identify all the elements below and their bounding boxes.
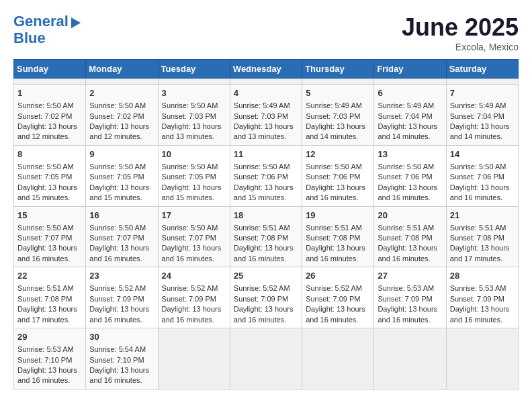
calendar-cell: 14Sunrise: 5:50 AM Sunset: 7:06 PM Dayli… — [446, 145, 518, 206]
logo-arrow-icon — [71, 17, 81, 28]
calendar-cell: 19Sunrise: 5:51 AM Sunset: 7:08 PM Dayli… — [302, 206, 374, 267]
day-info: Sunrise: 5:49 AM Sunset: 7:03 PM Dayligh… — [234, 101, 298, 142]
calendar-cell — [374, 79, 446, 85]
day-number: 12 — [306, 148, 370, 161]
day-number: 6 — [378, 87, 442, 99]
calendar-week-row: 8Sunrise: 5:50 AM Sunset: 7:05 PM Daylig… — [14, 145, 519, 206]
day-number: 17 — [162, 210, 226, 222]
day-info: Sunrise: 5:50 AM Sunset: 7:06 PM Dayligh… — [378, 162, 442, 203]
calendar-cell: 7Sunrise: 5:49 AM Sunset: 7:04 PM Daylig… — [446, 85, 518, 146]
weekday-header: Monday — [86, 60, 158, 79]
day-info: Sunrise: 5:50 AM Sunset: 7:07 PM Dayligh… — [17, 223, 82, 265]
day-info: Sunrise: 5:50 AM Sunset: 7:07 PM Dayligh… — [162, 223, 226, 265]
calendar-cell: 10Sunrise: 5:50 AM Sunset: 7:05 PM Dayli… — [158, 145, 230, 206]
calendar-week-row: 15Sunrise: 5:50 AM Sunset: 7:07 PM Dayli… — [14, 206, 519, 267]
calendar-week-row: 29Sunrise: 5:53 AM Sunset: 7:10 PM Dayli… — [14, 328, 519, 390]
calendar-header-row: SundayMondayTuesdayWednesdayThursdayFrid… — [14, 60, 519, 79]
calendar-cell: 29Sunrise: 5:53 AM Sunset: 7:10 PM Dayli… — [14, 328, 86, 390]
calendar-cell — [158, 328, 230, 390]
calendar-cell: 2Sunrise: 5:50 AM Sunset: 7:02 PM Daylig… — [86, 85, 158, 146]
calendar-cell: 30Sunrise: 5:54 AM Sunset: 7:10 PM Dayli… — [86, 328, 158, 390]
calendar-cell: 20Sunrise: 5:51 AM Sunset: 7:08 PM Dayli… — [374, 206, 446, 267]
calendar-cell: 13Sunrise: 5:50 AM Sunset: 7:06 PM Dayli… — [374, 145, 446, 206]
day-info: Sunrise: 5:50 AM Sunset: 7:06 PM Dayligh… — [450, 162, 515, 203]
day-number: 7 — [450, 87, 515, 99]
calendar-week-row — [14, 79, 519, 85]
day-number: 10 — [162, 148, 226, 161]
day-number: 20 — [378, 210, 442, 222]
day-number: 27 — [378, 270, 442, 282]
weekday-header: Wednesday — [230, 60, 302, 79]
calendar-cell: 5Sunrise: 5:49 AM Sunset: 7:03 PM Daylig… — [302, 85, 374, 146]
day-info: Sunrise: 5:52 AM Sunset: 7:09 PM Dayligh… — [162, 283, 226, 325]
day-info: Sunrise: 5:52 AM Sunset: 7:09 PM Dayligh… — [234, 283, 298, 325]
day-info: Sunrise: 5:49 AM Sunset: 7:04 PM Dayligh… — [378, 101, 442, 142]
calendar-cell: 3Sunrise: 5:50 AM Sunset: 7:03 PM Daylig… — [158, 85, 230, 146]
title-block: June 2025 Excola, Mexico — [402, 13, 519, 52]
day-number: 1 — [17, 87, 82, 99]
day-info: Sunrise: 5:51 AM Sunset: 7:08 PM Dayligh… — [17, 283, 82, 325]
calendar-cell — [374, 328, 446, 390]
calendar-cell — [14, 79, 86, 85]
day-number: 23 — [89, 270, 154, 282]
day-info: Sunrise: 5:51 AM Sunset: 7:08 PM Dayligh… — [450, 223, 515, 265]
calendar-cell: 12Sunrise: 5:50 AM Sunset: 7:06 PM Dayli… — [302, 145, 374, 206]
day-info: Sunrise: 5:50 AM Sunset: 7:07 PM Dayligh… — [89, 223, 154, 265]
day-info: Sunrise: 5:51 AM Sunset: 7:08 PM Dayligh… — [378, 223, 442, 265]
calendar-cell — [302, 328, 374, 390]
day-number: 5 — [306, 87, 370, 99]
day-number: 14 — [450, 148, 515, 161]
calendar-cell — [446, 328, 518, 390]
calendar-cell: 22Sunrise: 5:51 AM Sunset: 7:08 PM Dayli… — [14, 267, 86, 328]
day-number: 13 — [378, 148, 442, 161]
page-header: General Blue June 2025 Excola, Mexico — [13, 13, 519, 52]
day-info: Sunrise: 5:50 AM Sunset: 7:02 PM Dayligh… — [17, 101, 82, 142]
day-number: 30 — [89, 331, 154, 343]
calendar-cell: 24Sunrise: 5:52 AM Sunset: 7:09 PM Dayli… — [158, 267, 230, 328]
day-number: 9 — [89, 148, 154, 161]
day-info: Sunrise: 5:50 AM Sunset: 7:05 PM Dayligh… — [17, 162, 82, 203]
logo: General Blue — [13, 13, 81, 47]
location-subtitle: Excola, Mexico — [402, 42, 519, 52]
calendar-cell — [230, 328, 302, 390]
day-number: 15 — [17, 210, 82, 222]
calendar-cell — [446, 79, 518, 85]
day-info: Sunrise: 5:51 AM Sunset: 7:08 PM Dayligh… — [306, 223, 370, 265]
weekday-header: Saturday — [446, 60, 518, 79]
day-info: Sunrise: 5:50 AM Sunset: 7:05 PM Dayligh… — [89, 162, 154, 203]
day-info: Sunrise: 5:53 AM Sunset: 7:10 PM Dayligh… — [17, 345, 82, 386]
calendar-table: SundayMondayTuesdayWednesdayThursdayFrid… — [13, 59, 519, 390]
calendar-cell: 15Sunrise: 5:50 AM Sunset: 7:07 PM Dayli… — [14, 206, 86, 267]
day-number: 29 — [17, 331, 82, 343]
day-info: Sunrise: 5:50 AM Sunset: 7:03 PM Dayligh… — [162, 101, 226, 142]
logo-blue-text: Blue — [13, 30, 46, 47]
day-number: 3 — [162, 87, 226, 99]
day-number: 24 — [162, 270, 226, 282]
calendar-cell: 8Sunrise: 5:50 AM Sunset: 7:05 PM Daylig… — [14, 145, 86, 206]
calendar-cell — [302, 79, 374, 85]
calendar-cell — [86, 79, 158, 85]
calendar-cell: 16Sunrise: 5:50 AM Sunset: 7:07 PM Dayli… — [86, 206, 158, 267]
day-number: 26 — [306, 270, 370, 282]
calendar-cell: 9Sunrise: 5:50 AM Sunset: 7:05 PM Daylig… — [86, 145, 158, 206]
calendar-cell: 4Sunrise: 5:49 AM Sunset: 7:03 PM Daylig… — [230, 85, 302, 146]
day-info: Sunrise: 5:50 AM Sunset: 7:05 PM Dayligh… — [162, 162, 226, 203]
day-info: Sunrise: 5:53 AM Sunset: 7:09 PM Dayligh… — [450, 283, 515, 325]
calendar-cell: 25Sunrise: 5:52 AM Sunset: 7:09 PM Dayli… — [230, 267, 302, 328]
calendar-cell: 27Sunrise: 5:53 AM Sunset: 7:09 PM Dayli… — [374, 267, 446, 328]
calendar-week-row: 1Sunrise: 5:50 AM Sunset: 7:02 PM Daylig… — [14, 85, 519, 146]
day-number: 11 — [234, 148, 298, 161]
day-info: Sunrise: 5:51 AM Sunset: 7:08 PM Dayligh… — [234, 223, 298, 265]
calendar-cell: 26Sunrise: 5:52 AM Sunset: 7:09 PM Dayli… — [302, 267, 374, 328]
month-title: June 2025 — [402, 13, 519, 42]
calendar-cell: 17Sunrise: 5:50 AM Sunset: 7:07 PM Dayli… — [158, 206, 230, 267]
day-number: 16 — [89, 210, 154, 222]
calendar-cell: 21Sunrise: 5:51 AM Sunset: 7:08 PM Dayli… — [446, 206, 518, 267]
day-number: 22 — [17, 270, 82, 282]
calendar-cell: 6Sunrise: 5:49 AM Sunset: 7:04 PM Daylig… — [374, 85, 446, 146]
calendar-cell: 11Sunrise: 5:50 AM Sunset: 7:06 PM Dayli… — [230, 145, 302, 206]
day-info: Sunrise: 5:50 AM Sunset: 7:06 PM Dayligh… — [234, 162, 298, 203]
weekday-header: Friday — [374, 60, 446, 79]
calendar-cell: 18Sunrise: 5:51 AM Sunset: 7:08 PM Dayli… — [230, 206, 302, 267]
day-number: 2 — [89, 87, 154, 99]
